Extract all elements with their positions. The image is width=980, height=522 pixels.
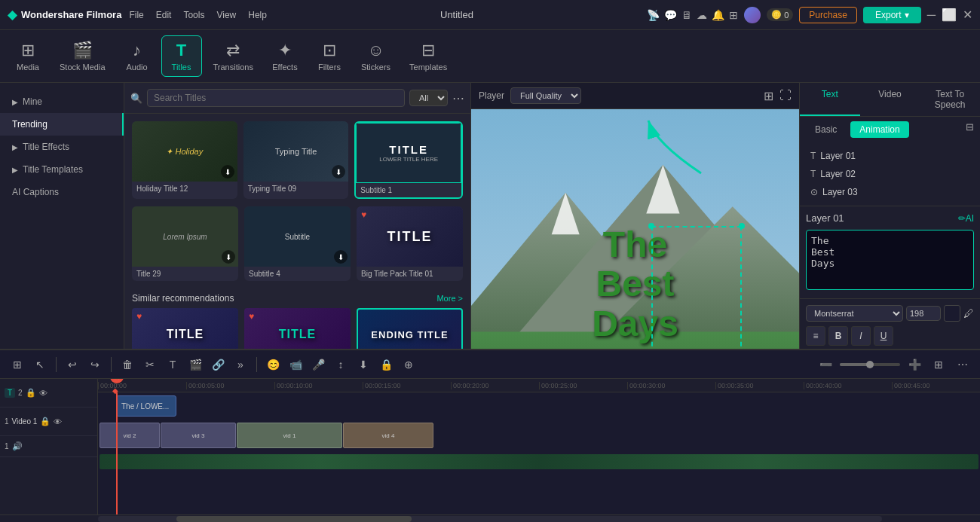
font-family-select[interactable]: Montserrat [806, 305, 903, 322]
tool-templates[interactable]: ⊟ Templates [402, 36, 455, 76]
title-card-subtitle4[interactable]: Subtitle ⬇ Subtitle 4 [244, 206, 351, 281]
title-card-typing[interactable]: Typing Title ⬇ Typing Title 09 [243, 121, 349, 199]
scrollbar-thumb[interactable] [176, 516, 412, 522]
title-card-subtitle1[interactable]: TITLE LOWER TITLE HERE Subtitle 1 [354, 121, 463, 199]
audio-rec-button[interactable]: 🎤 [308, 355, 328, 374]
tool-stickers[interactable]: ☺ Stickers [354, 36, 398, 76]
tool-titles[interactable]: T Titles [161, 35, 202, 77]
menu-tools[interactable]: Tools [183, 10, 204, 20]
tool-filters[interactable]: ⊡ Filters [309, 36, 350, 76]
timeline-select-icon[interactable]: ↖ [30, 355, 50, 374]
quality-select[interactable]: Full Quality [510, 87, 581, 104]
handle-tr[interactable] [739, 223, 745, 229]
zoom-in-button[interactable]: ➕ [905, 355, 924, 374]
layer-item-01[interactable]: T Layer 01 [806, 147, 974, 165]
bold-button[interactable]: B [828, 326, 848, 346]
link-button[interactable]: 🔗 [208, 355, 228, 374]
track-lock-icon[interactable]: 🔒 [26, 388, 36, 398]
tool-media[interactable]: ⊞ Media [8, 36, 48, 76]
zoom-thumb[interactable] [866, 361, 874, 368]
emoji-button[interactable]: 😊 [263, 355, 283, 374]
topbar-icon-6[interactable]: ⊞ [729, 9, 738, 21]
window-close-icon[interactable]: ✕ [963, 8, 972, 22]
topbar-icon-3[interactable]: 🖥 [681, 9, 692, 21]
collapse-icon[interactable]: ⊟ [966, 121, 974, 138]
anim-tab-animation[interactable]: Animation [850, 121, 908, 138]
topbar-icon-5[interactable]: 🔔 [712, 9, 724, 21]
track-eye-1-icon[interactable]: 👁 [54, 417, 62, 426]
track-eye-icon[interactable]: 👁 [39, 389, 47, 398]
tab-text-to-speech[interactable]: Text To Speech [920, 83, 980, 116]
sidebar-item-trending[interactable]: Trending [0, 113, 124, 136]
font-size-input[interactable] [906, 306, 941, 321]
layer-item-03[interactable]: ⊙ Layer 03 [806, 183, 974, 201]
tool-transitions[interactable]: ⇄ Transitions [206, 36, 261, 76]
menu-help[interactable]: Help [248, 10, 267, 20]
grid-view-icon[interactable]: ⊞ [764, 89, 773, 103]
tool-effects[interactable]: ✦ Effects [265, 36, 305, 76]
zoom-out-button[interactable]: ➖ [816, 355, 835, 374]
timeline-btn-3[interactable]: 🔒 [376, 355, 396, 374]
timeline-btn-1[interactable]: ↕ [331, 355, 351, 374]
more-options[interactable]: ⋯ [953, 355, 972, 374]
more-link[interactable]: More > [436, 294, 463, 303]
window-minimize-icon[interactable]: ─ [927, 8, 936, 22]
playhead[interactable]: ◆ ✕ [116, 392, 118, 514]
filter-select[interactable]: All [409, 90, 448, 106]
sidebar-item-mine[interactable]: ▶ Mine [0, 90, 124, 113]
vid-clip-3[interactable]: vid 3 [161, 423, 236, 448]
layer-01-textarea[interactable]: The Best Days [806, 230, 974, 290]
zoom-slider[interactable] [840, 363, 900, 366]
title-clip[interactable]: The / LOWE... [116, 395, 176, 417]
vid-clip-1[interactable]: vid 1 [237, 423, 342, 448]
title-card-holiday[interactable]: ✦ Holiday ⬇ Holiday Title 12 [132, 121, 237, 199]
expand-button[interactable]: » [231, 355, 250, 374]
tab-video[interactable]: Video [860, 83, 920, 116]
menu-file[interactable]: File [129, 10, 143, 20]
text-button[interactable]: T [163, 355, 182, 374]
fullscreen-icon[interactable]: ⛶ [779, 89, 792, 103]
sidebar-item-ai-captions[interactable]: AI Captions [0, 181, 124, 203]
timeline-btn-2[interactable]: ⬇ [354, 355, 373, 374]
download-icon[interactable]: ⬇ [221, 165, 234, 179]
topbar-icon-4[interactable]: ☁ [697, 9, 707, 21]
tool-audio[interactable]: ♪ Audio [117, 36, 158, 76]
video-button[interactable]: 🎬 [185, 355, 205, 374]
purchase-button[interactable]: Purchase [799, 7, 857, 23]
camera-button[interactable]: 📹 [286, 355, 305, 374]
search-input[interactable] [147, 89, 405, 107]
topbar-icon-1[interactable]: 📡 [647, 9, 660, 21]
undo-button[interactable]: ↩ [63, 355, 82, 374]
track-lock-1-icon[interactable]: 🔒 [40, 417, 51, 426]
download-icon-3[interactable]: ⬇ [222, 250, 235, 264]
redo-button[interactable]: ↪ [85, 355, 105, 374]
topbar-icon-2[interactable]: 💬 [664, 9, 677, 21]
vid-clip-2[interactable]: vid 2 [100, 423, 160, 448]
audio-mute-icon[interactable]: 🔊 [12, 441, 23, 451]
download-icon-4[interactable]: ⬇ [334, 250, 348, 264]
title-card-title29[interactable]: Lorem Ipsum ⬇ Title 29 [132, 206, 238, 281]
horizontal-scrollbar[interactable] [0, 514, 980, 522]
export-button[interactable]: Export ▾ [863, 7, 921, 23]
align-left-icon[interactable]: ≡ [806, 326, 825, 346]
menu-edit[interactable]: Edit [156, 10, 172, 20]
italic-button[interactable]: I [851, 326, 871, 346]
sidebar-item-title-effects[interactable]: ▶ Title Effects [0, 136, 124, 158]
download-icon-2[interactable]: ⬇ [332, 165, 345, 179]
timeline-btn-4[interactable]: ⊕ [399, 355, 418, 374]
vid-clip-4[interactable]: vid 4 [343, 423, 433, 448]
tool-stock-media[interactable]: 🎬 Stock Media [52, 36, 113, 76]
more-options-icon[interactable]: ⋯ [452, 91, 464, 105]
tab-text[interactable]: Text [800, 83, 860, 116]
sidebar-item-title-templates[interactable]: ▶ Title Templates [0, 158, 124, 181]
underline-button[interactable]: U [874, 326, 893, 346]
menu-view[interactable]: View [216, 10, 236, 20]
color-picker[interactable] [944, 305, 960, 322]
title-card-big-title[interactable]: ♥ TITLE Big Title Pack Title 01 [357, 206, 463, 281]
cut-button[interactable]: ✂ [140, 355, 160, 374]
color-eyedropper-icon[interactable]: 🖊 [963, 307, 974, 319]
timeline-group-icon[interactable]: ⊞ [8, 355, 27, 374]
grid-toggle[interactable]: ⊞ [929, 355, 948, 374]
layer-item-02[interactable]: T Layer 02 [806, 165, 974, 183]
window-maximize-icon[interactable]: ⬜ [942, 8, 957, 22]
